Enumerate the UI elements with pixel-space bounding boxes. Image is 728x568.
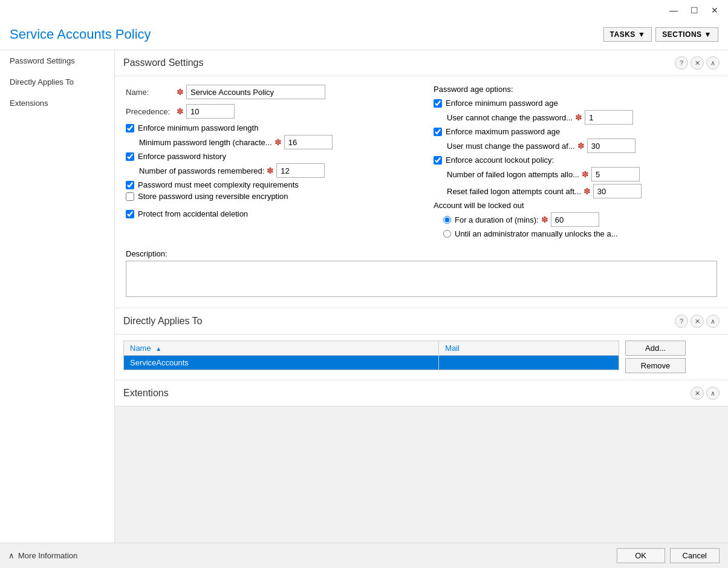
cancel-button[interactable]: Cancel <box>670 548 720 563</box>
password-settings-right: Password age options: Enforce minimum pa… <box>434 85 717 241</box>
close-button[interactable]: ✕ <box>706 4 723 17</box>
name-sort-icon: ▲ <box>155 345 161 352</box>
duration-input[interactable] <box>551 212 599 227</box>
name-input[interactable] <box>186 85 325 99</box>
name-column-header[interactable]: Name ▲ <box>124 341 439 356</box>
manual-unlock-label: Until an administrator manually unlocks … <box>455 229 618 238</box>
complexity-row: Password must meet complexity requiremen… <box>126 180 409 189</box>
extensions-section: Extentions ✕ ∧ <box>115 380 728 406</box>
duration-radio[interactable] <box>443 216 451 224</box>
password-settings-header: Password Settings ? ✕ ∧ <box>115 50 728 76</box>
password-settings-collapse-button[interactable]: ∧ <box>706 56 720 70</box>
password-settings-title: Password Settings <box>123 57 204 68</box>
enforce-history-label: Enforce password history <box>138 152 226 161</box>
add-button[interactable]: Add... <box>625 341 686 356</box>
title-bar: — ☐ ✕ <box>0 0 728 21</box>
password-settings-left: Name: ✽ Precedence: ✽ Enforce minimum pa… <box>126 85 409 241</box>
name-row: Name: ✽ <box>126 85 409 99</box>
reversible-label: Store password using reversible encrypti… <box>138 192 288 201</box>
description-textarea[interactable] <box>126 261 717 297</box>
enforce-min-length-checkbox[interactable] <box>126 124 134 132</box>
service-accounts-name-cell: ServiceAccounts <box>124 356 439 370</box>
max-age-required: ✽ <box>577 141 585 151</box>
extensions-close-button[interactable]: ✕ <box>691 387 704 400</box>
sidebar-item-directly-applies-to[interactable]: Directly Applies To <box>0 71 114 93</box>
precedence-input[interactable] <box>186 104 235 119</box>
directly-applies-to-header: Directly Applies To ? ✕ ∧ <box>115 308 728 335</box>
reset-logon-sub-row: Reset failed logon attempts count aft...… <box>447 184 717 198</box>
min-age-label: User cannot change the password... <box>447 113 573 122</box>
tasks-button[interactable]: TASKS ▼ <box>603 27 652 42</box>
lockout-checkbox[interactable] <box>434 156 442 165</box>
complexity-checkbox[interactable] <box>126 181 134 189</box>
remove-button[interactable]: Remove <box>625 358 686 373</box>
description-area: Description: <box>115 249 728 307</box>
more-info-label: More Information <box>18 551 77 560</box>
history-count-input[interactable] <box>276 163 325 178</box>
description-label: Description: <box>126 249 717 258</box>
reversible-row: Store password using reversible encrypti… <box>126 192 409 201</box>
directly-applies-to-title: Directly Applies To <box>123 316 202 327</box>
sidebar-item-password-settings[interactable]: Password Settings <box>0 50 114 71</box>
enforce-history-checkbox[interactable] <box>126 152 134 161</box>
failed-attempts-sub-row: Number of failed logon attempts allo... … <box>447 167 717 181</box>
name-required: ✽ <box>177 87 184 97</box>
password-settings-help-button[interactable]: ? <box>675 56 688 70</box>
min-age-input[interactable] <box>585 110 633 125</box>
reset-logon-input[interactable] <box>593 184 642 198</box>
history-count-label: Number of passwords remembered: <box>139 166 264 175</box>
password-settings-close-button[interactable]: ✕ <box>691 56 704 70</box>
sections-button[interactable]: SECTIONS ▼ <box>655 27 718 42</box>
protect-deletion-row: Protect from accidental deletion <box>126 209 409 218</box>
directly-applies-to-section: Directly Applies To ? ✕ ∧ Name ▲ <box>115 308 728 379</box>
password-age-title: Password age options: <box>434 85 513 94</box>
enforce-min-age-row: Enforce minimum password age <box>434 99 717 108</box>
min-age-required: ✽ <box>575 113 582 122</box>
directly-applies-to-help-button[interactable]: ? <box>675 315 688 328</box>
history-count-required: ✽ <box>267 166 274 175</box>
manual-unlock-radio-row: Until an administrator manually unlocks … <box>443 229 717 238</box>
table-row[interactable]: ServiceAccounts <box>124 356 619 370</box>
more-info[interactable]: ∧ More Information <box>8 551 77 560</box>
bottom-bar: ∧ More Information OK Cancel <box>0 543 728 568</box>
complexity-label: Password must meet complexity requiremen… <box>138 180 299 189</box>
reset-logon-label: Reset failed logon attempts count aft... <box>447 187 581 196</box>
max-age-input[interactable] <box>587 139 635 153</box>
extensions-header: Extentions ✕ ∧ <box>115 380 728 406</box>
failed-attempts-label: Number of failed logon attempts allo... <box>447 170 579 179</box>
min-length-input[interactable] <box>284 135 333 149</box>
ok-button[interactable]: OK <box>617 548 665 563</box>
min-length-sub-row: Minimum password length (characte... ✽ <box>139 135 409 149</box>
failed-attempts-input[interactable] <box>591 167 640 181</box>
manual-unlock-radio[interactable] <box>443 230 451 238</box>
protect-deletion-checkbox[interactable] <box>126 210 134 218</box>
password-settings-icons: ? ✕ ∧ <box>675 56 720 70</box>
password-settings-body: Name: ✽ Precedence: ✽ Enforce minimum pa… <box>115 76 728 249</box>
extensions-icons: ✕ ∧ <box>691 387 720 400</box>
reversible-checkbox[interactable] <box>126 192 134 201</box>
service-accounts-mail-cell <box>439 356 619 370</box>
duration-required: ✽ <box>541 215 548 224</box>
duration-radio-row: For a duration of (mins): ✽ <box>443 212 717 227</box>
more-info-icon: ∧ <box>8 551 15 560</box>
enforce-min-age-checkbox[interactable] <box>434 99 442 108</box>
min-length-required: ✽ <box>275 137 282 147</box>
lockout-label: Enforce account lockout policy: <box>446 155 554 165</box>
min-age-sub-row: User cannot change the password... ✽ <box>447 110 717 125</box>
enforce-max-age-checkbox[interactable] <box>434 128 442 136</box>
locked-out-label: Account will be locked out <box>434 201 524 210</box>
directly-applies-to-collapse-button[interactable]: ∧ <box>706 315 720 328</box>
enforce-min-length-row: Enforce minimum password length <box>126 123 409 132</box>
mail-column-header[interactable]: Mail <box>439 341 619 356</box>
failed-attempts-required: ✽ <box>582 169 589 179</box>
name-label: Name: <box>126 88 174 97</box>
bottom-action-buttons: OK Cancel <box>617 548 720 563</box>
sidebar-item-extensions[interactable]: Extensions <box>0 93 114 114</box>
enforce-max-age-row: Enforce maximum password age <box>434 127 717 136</box>
maximize-button[interactable]: ☐ <box>686 4 703 17</box>
extensions-collapse-button[interactable]: ∧ <box>706 387 720 400</box>
extensions-title: Extentions <box>123 388 169 399</box>
minimize-button[interactable]: — <box>665 4 682 17</box>
directly-applies-to-close-button[interactable]: ✕ <box>691 315 704 328</box>
header-buttons: TASKS ▼ SECTIONS ▼ <box>603 27 718 42</box>
